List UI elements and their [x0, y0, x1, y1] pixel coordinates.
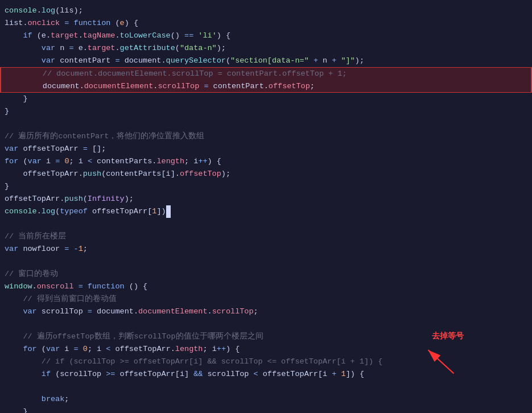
code-line: console.log(typeof offsetTopArr[1]) [0, 205, 532, 218]
code-line: // 窗口的卷动 [0, 268, 532, 280]
code-line: } [0, 180, 532, 193]
code-line: if (e.target.tagName.toLowerCase() == 'l… [0, 30, 532, 42]
code-line-highlight: document.documentElement.scrollTop = con… [0, 80, 532, 93]
code-line: // 遍历所有的contentPart，将他们的净位置推入数组 [0, 130, 532, 143]
code-line: var contentPart = document.querySelector… [0, 55, 532, 67]
code-line: var nowfloor = -1; [0, 243, 532, 255]
code-line: window.onscroll = function () { [0, 280, 532, 293]
code-line: for (var i = 0; i < contentParts.length;… [0, 155, 532, 168]
code-line: var scrollTop = document.documentElement… [0, 305, 532, 318]
code-line: offsetTopArr.push(Infinity); [0, 193, 532, 205]
code-line [0, 318, 532, 331]
code-line: } [0, 105, 532, 118]
annotation-text: 去掉等号 [432, 331, 464, 341]
code-line [0, 381, 532, 393]
code-line: console.log(lis); [0, 5, 532, 17]
code-line [0, 118, 532, 130]
code-line: break; [0, 393, 532, 406]
code-line: // 得到当前窗口的卷动值 [0, 293, 532, 305]
code-line-highlight: // document.documentElement.scrollTop = … [0, 67, 532, 80]
code-line: // 当前所在楼层 [0, 230, 532, 243]
svg-line-1 [428, 350, 454, 373]
annotation-arrow [418, 344, 464, 378]
code-line: } [0, 406, 532, 413]
code-line: } [0, 93, 532, 105]
annotation: 去掉等号 [418, 331, 464, 378]
code-editor: console.log(lis); list.onclick = functio… [0, 0, 532, 413]
code-line: offsetTopArr.push(contentParts[i].offset… [0, 168, 532, 180]
code-line: list.onclick = function (e) { [0, 17, 532, 30]
code-line: var n = e.target.getAttribute("data-n"); [0, 42, 532, 55]
code-line [0, 218, 532, 230]
code-line: var offsetTopArr = []; [0, 143, 532, 155]
code-line [0, 255, 532, 268]
